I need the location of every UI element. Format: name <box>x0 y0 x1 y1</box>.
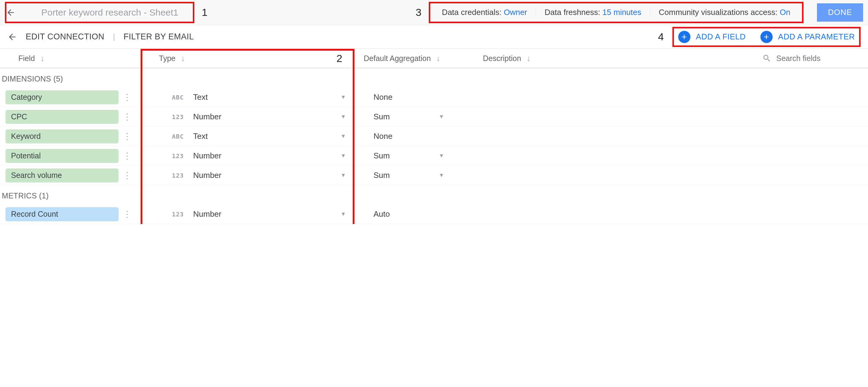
header-type-label: Type <box>159 54 176 63</box>
data-freshness[interactable]: Data freshness: 15 minutes <box>536 8 650 17</box>
data-credentials[interactable]: Data credentials: Owner <box>433 8 536 17</box>
search-fields <box>645 54 868 63</box>
aggregation-cell: Auto <box>354 209 474 219</box>
annotation-2: 2 <box>337 52 342 64</box>
breadcrumb-separator: | <box>113 32 115 41</box>
sub-bar: EDIT CONNECTION | FILTER BY EMAIL 4 + AD… <box>0 25 868 49</box>
metrics-group-label: METRICS (1) <box>0 185 868 205</box>
filter-by-email-link[interactable]: FILTER BY EMAIL <box>123 32 194 41</box>
column-headers: Field ↓ Type ↓ 2 Default Aggregation ↓ D… <box>0 49 868 68</box>
data-freshness-value: 15 minutes <box>602 8 641 17</box>
type-cell[interactable]: 123Number▼ <box>141 171 354 180</box>
edit-connection-link[interactable]: EDIT CONNECTION <box>26 32 104 41</box>
add-buttons-box: + ADD A FIELD + ADD A PARAMETER <box>672 27 861 47</box>
data-credentials-label: Data credentials: <box>442 8 504 17</box>
row-menu-icon[interactable]: ⋮ <box>122 170 133 180</box>
dropdown-icon: ▼ <box>340 133 346 139</box>
row-menu-icon[interactable]: ⋮ <box>122 151 133 161</box>
aggregation-label: None <box>373 93 393 102</box>
row-menu-icon[interactable]: ⋮ <box>122 209 133 219</box>
annotation-4: 4 <box>658 31 664 43</box>
community-viz-value: On <box>780 8 790 17</box>
done-button[interactable]: DONE <box>817 3 863 22</box>
number-type-icon: 123 <box>171 172 185 179</box>
table-row: Potential⋮123Number▼Sum▼ <box>0 146 868 166</box>
header-aggregation[interactable]: Default Aggregation ↓ <box>354 54 474 63</box>
dimension-chip[interactable]: CPC <box>5 110 119 124</box>
aggregation-cell[interactable]: Sum▼ <box>354 151 474 161</box>
dimensions-group-label: DIMENSIONS (5) <box>0 68 868 87</box>
table-row: Keyword⋮ABCText▼None <box>0 127 868 146</box>
header-description-label: Description <box>483 54 521 63</box>
data-credentials-value: Owner <box>504 8 527 17</box>
type-label: Number <box>193 171 221 180</box>
dimension-chip[interactable]: Category <box>5 90 119 104</box>
row-menu-icon[interactable]: ⋮ <box>122 131 133 141</box>
community-viz-access[interactable]: Community visualizations access: On <box>650 8 799 17</box>
type-cell[interactable]: 123Number▼ <box>141 151 354 161</box>
row-menu-icon[interactable]: ⋮ <box>122 92 133 102</box>
annotation-1: 1 <box>202 6 208 18</box>
add-parameter-button[interactable]: + ADD A PARAMETER <box>761 31 855 43</box>
type-label: Number <box>193 151 221 161</box>
aggregation-label: Sum <box>373 151 390 161</box>
type-label: Number <box>193 112 221 121</box>
header-description[interactable]: Description ↓ <box>474 54 645 63</box>
aggregation-cell: None <box>354 132 474 141</box>
sort-arrow-icon: ↓ <box>181 54 185 63</box>
fields-table: DIMENSIONS (5) Category⋮ABCText▼NoneCPC⋮… <box>0 68 868 224</box>
back-arrow-icon[interactable] <box>7 32 17 42</box>
row-menu-icon[interactable]: ⋮ <box>122 112 133 122</box>
header-field[interactable]: Field ↓ <box>0 54 141 63</box>
add-field-button[interactable]: + ADD A FIELD <box>678 31 746 43</box>
header-aggregation-label: Default Aggregation <box>364 54 431 63</box>
plus-icon: + <box>678 31 690 43</box>
plus-icon: + <box>761 31 773 43</box>
data-freshness-label: Data freshness: <box>545 8 602 17</box>
datasource-meta-box: Data credentials: Owner Data freshness: … <box>429 2 804 23</box>
table-row: Category⋮ABCText▼None <box>0 87 868 107</box>
dropdown-icon: ▼ <box>439 172 444 179</box>
type-cell[interactable]: 123Number▼ <box>141 209 354 219</box>
metric-chip[interactable]: Record Count <box>5 207 119 221</box>
aggregation-cell: None <box>354 93 474 102</box>
text-type-icon: ABC <box>171 94 185 101</box>
search-input[interactable] <box>776 54 856 63</box>
top-bar: Porter keyword research - Sheet1 1 3 Dat… <box>0 0 868 25</box>
number-type-icon: 123 <box>171 211 185 218</box>
table-row: CPC⋮123Number▼Sum▼ <box>0 107 868 127</box>
aggregation-cell[interactable]: Sum▼ <box>354 112 474 121</box>
type-label: Text <box>193 132 208 141</box>
add-parameter-label: ADD A PARAMETER <box>778 32 855 41</box>
type-cell[interactable]: ABCText▼ <box>141 93 354 102</box>
header-type[interactable]: Type ↓ 2 <box>141 54 354 63</box>
aggregation-cell[interactable]: Sum▼ <box>354 171 474 180</box>
header-field-label: Field <box>18 54 35 63</box>
dimension-chip[interactable]: Keyword <box>5 130 119 143</box>
dimension-chip[interactable]: Search volume <box>5 169 119 182</box>
add-field-label: ADD A FIELD <box>696 32 746 41</box>
dropdown-icon: ▼ <box>340 211 346 217</box>
type-cell[interactable]: 123Number▼ <box>141 112 354 121</box>
search-icon <box>762 54 771 63</box>
dropdown-icon: ▼ <box>340 172 346 179</box>
type-cell[interactable]: ABCText▼ <box>141 132 354 141</box>
dropdown-icon: ▼ <box>340 152 346 159</box>
datasource-title[interactable]: Porter keyword research - Sheet1 <box>23 7 179 18</box>
aggregation-label: Sum <box>373 171 390 180</box>
aggregation-label: Sum <box>373 112 390 121</box>
aggregation-label: None <box>373 132 393 141</box>
dropdown-icon: ▼ <box>439 113 444 120</box>
annotation-3: 3 <box>416 6 422 18</box>
dimension-chip[interactable]: Potential <box>5 149 119 163</box>
number-type-icon: 123 <box>171 152 185 160</box>
type-label: Text <box>193 93 208 102</box>
back-arrow-icon[interactable] <box>6 8 16 17</box>
sort-arrow-icon: ↓ <box>40 54 44 63</box>
type-label: Number <box>193 209 221 219</box>
sort-arrow-icon: ↓ <box>527 54 531 63</box>
text-type-icon: ABC <box>171 133 185 140</box>
sort-arrow-icon: ↓ <box>436 54 440 63</box>
aggregation-label: Auto <box>373 209 390 219</box>
dropdown-icon: ▼ <box>340 113 346 120</box>
